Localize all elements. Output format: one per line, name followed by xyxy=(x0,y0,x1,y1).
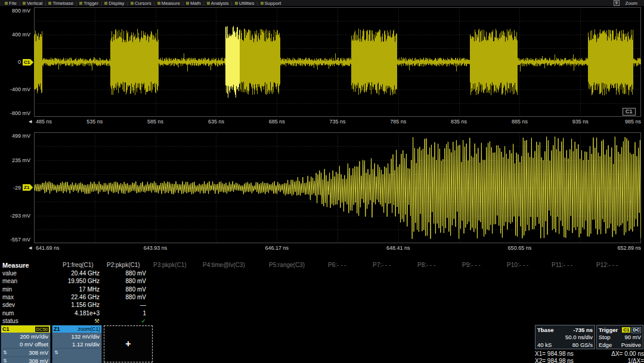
support-menu-icon xyxy=(261,2,264,5)
measure-col-header[interactable]: P8:- - - xyxy=(413,262,457,268)
measure-col-header[interactable]: P12:- - - xyxy=(592,262,633,268)
math-menu-icon xyxy=(186,2,189,5)
x-axis-label: 585 ns xyxy=(147,119,163,125)
add-trace-button[interactable]: + xyxy=(104,325,153,362)
z1-descriptor[interactable]: Z1 zoom(C1) 132 mV/div 1.12 ns/div ⇅ xyxy=(52,325,102,363)
measure-col-header[interactable]: P1:freq(C1) xyxy=(58,262,102,268)
cursors-menu-icon xyxy=(131,2,134,5)
menu-item-label: Support xyxy=(265,1,281,6)
measure-col-header[interactable]: P9:- - - xyxy=(457,262,502,268)
vertical-menu-icon xyxy=(23,2,26,5)
measure-cell: 20.44 GHz xyxy=(58,270,102,277)
measure-row-label: max xyxy=(1,294,58,300)
measure-row-label: min xyxy=(1,286,58,293)
menu-item-measure[interactable]: Measure xyxy=(155,1,182,6)
measure-col-header[interactable]: P3:pkpk(C1) xyxy=(148,262,198,268)
spinner-icon[interactable]: ⇅ xyxy=(54,349,58,356)
trigger-position-marker: ◀ xyxy=(29,119,32,124)
file-menu-icon xyxy=(5,2,8,5)
timebase-descriptor[interactable]: Tbase -735 ns 50.0 ns/div 40 kS 80 GS/s xyxy=(535,325,595,349)
measure-cell: 1 xyxy=(102,310,148,317)
c1-descriptor[interactable]: C1 DC50 200 mV/div 0 mV offset ⇅ 308 mV … xyxy=(1,325,51,363)
cursor-readout: X1= 984.98 ns ΔX= 0.00 ns X2= 984.98 ns … xyxy=(535,350,644,363)
menu-item-file[interactable]: File xyxy=(2,1,19,6)
x-axis-label: 650.65 ns xyxy=(508,245,532,251)
spinner-icon[interactable]: ⇅ xyxy=(3,349,7,356)
c1-cursor-value-2: 308 mV xyxy=(29,357,48,363)
measure-col-header[interactable]: P11:- - - xyxy=(547,262,592,268)
measure-cell: 22.46 GHz xyxy=(58,294,102,300)
c1-offset: 0 mV offset xyxy=(3,340,48,348)
measure-cell: 19.950 GHz xyxy=(58,278,102,284)
menu-item-display[interactable]: Display xyxy=(102,1,126,6)
measure-col-header[interactable]: P6:- - - xyxy=(323,262,368,268)
menu-item-math[interactable]: Math xyxy=(184,1,203,6)
menu-item-cursors[interactable]: Cursors xyxy=(128,1,154,6)
measure-cell: 880 mV xyxy=(102,278,148,284)
measure-row-label: num xyxy=(1,310,58,317)
menu-item-label: File xyxy=(9,1,17,6)
z1-descriptor-body: 132 mV/div 1.12 ns/div ⇅ xyxy=(52,333,101,363)
x-axis-label: 648.41 ns xyxy=(386,245,410,251)
measure-row-label: mean xyxy=(1,278,58,284)
menu-item-utilities[interactable]: Utilities xyxy=(233,1,257,6)
notification-count-badge: 9 xyxy=(614,0,620,6)
trigger-mode: Stop xyxy=(599,334,611,342)
zoom-waveform-grid[interactable] xyxy=(34,132,641,243)
menu-item-trigger[interactable]: Trigger xyxy=(77,1,101,6)
plus-icon: + xyxy=(125,339,131,349)
main-waveform-grid[interactable] xyxy=(34,7,641,117)
timebase-sample-rate: 80 GS/s xyxy=(572,342,593,349)
x-axis-label: 643.93 ns xyxy=(144,245,168,251)
y-axis-label: 235 mV xyxy=(12,157,30,163)
menu-right: 9 Zoom xyxy=(614,0,642,6)
timebase-samples: 40 kS xyxy=(537,342,552,349)
y-axis-label: 499 mV xyxy=(12,133,30,139)
menu-item-label: Vertical xyxy=(27,1,42,6)
zoom-x-axis: ◀641.69 ns643.93 ns646.17 ns648.41 ns650… xyxy=(0,245,644,252)
y-axis-label: -800 mV xyxy=(10,110,30,116)
measure-cell: 880 mV xyxy=(102,270,148,277)
menu-item-zoom[interactable]: Zoom xyxy=(623,1,640,6)
measure-col-header[interactable]: P2:pkpk(C1) xyxy=(102,262,148,268)
trigger-descriptor[interactable]: Trigger C1 DC Stop 90 mV Edge Positive xyxy=(596,325,643,349)
z1-horizontal-scale: 1.12 ns/div xyxy=(54,340,100,348)
measure-col-header[interactable]: P7:- - - xyxy=(368,262,413,268)
measure-col-header[interactable]: P10:- - - xyxy=(502,262,547,268)
measure-status-icon: ✓ xyxy=(102,318,148,324)
trigger-slope: Positive xyxy=(621,342,641,349)
x-axis-label: 485 ns xyxy=(36,119,52,125)
c1-vertical-scale: 200 mV/div xyxy=(3,333,48,340)
x-axis-label: 535 ns xyxy=(86,119,103,125)
menu-item-support[interactable]: Support xyxy=(258,1,284,6)
measure-cell: 1.156 GHz xyxy=(58,302,102,308)
x-axis-label: 885 ns xyxy=(512,119,528,125)
menu-items: File|Vertical|Timebase|Trigger|Display|C… xyxy=(2,0,284,6)
measure-col-header[interactable]: P5:range(C3) xyxy=(264,262,323,268)
c1-cursor-value-1: 308 mV xyxy=(29,349,48,356)
y-axis-label: -557 mV xyxy=(10,237,30,243)
measure-row-label: value xyxy=(1,270,58,277)
measure-menu-icon xyxy=(157,2,160,5)
z1-name: Z1 xyxy=(54,326,60,332)
spinner-icon[interactable]: ⇅ xyxy=(3,357,7,363)
trigger-title: Trigger xyxy=(599,326,618,334)
menu-item-label: Measure xyxy=(162,1,180,6)
main-grid-channel-label: C1 xyxy=(623,108,636,116)
invdx-label: 1/ΔX= xyxy=(627,358,644,363)
timebase-menu-icon xyxy=(48,2,51,5)
x-axis-label: 785 ns xyxy=(390,119,406,125)
x-axis-label: 985 ns xyxy=(625,119,641,125)
measure-col-header[interactable]: P4:time@lv(C3) xyxy=(198,262,264,268)
measure-row-label: status xyxy=(1,318,58,324)
trigger-source-badge: C1 xyxy=(622,327,630,333)
menu-item-vertical[interactable]: Vertical xyxy=(20,1,45,6)
x-axis-label: 735 ns xyxy=(329,119,345,125)
menu-item-analysis[interactable]: Analysis xyxy=(205,1,231,6)
measure-cell: 4.181e+3 xyxy=(58,310,102,317)
c1-name: C1 xyxy=(2,326,10,332)
menu-item-label: Utilities xyxy=(239,1,255,6)
menu-item-timebase[interactable]: Timebase xyxy=(46,1,76,6)
x1-value: 984.98 ns xyxy=(547,350,574,357)
x1-label: X1= xyxy=(535,350,546,357)
